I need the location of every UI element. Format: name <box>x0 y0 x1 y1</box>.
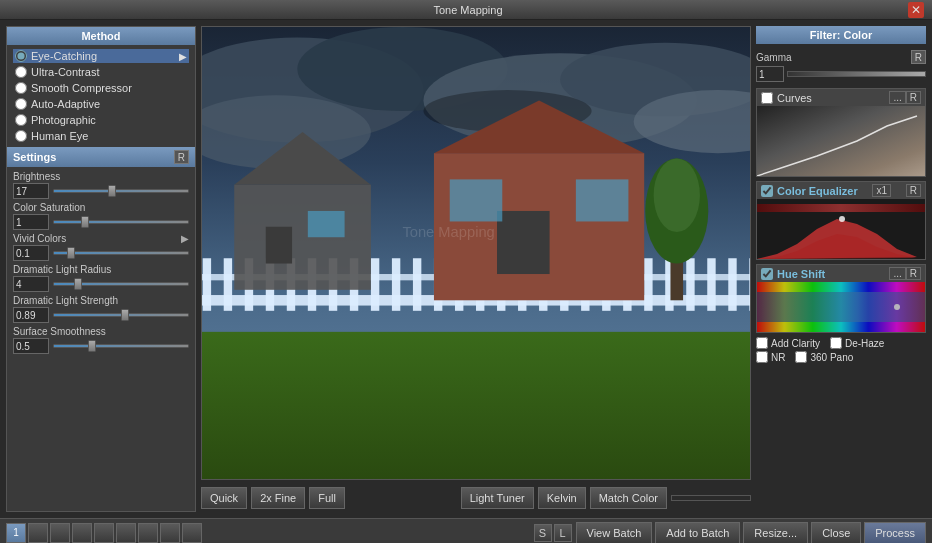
add-to-batch-button[interactable]: Add to Batch <box>655 522 740 544</box>
dramatic-light-radius-slider[interactable] <box>53 282 189 286</box>
method-list: Eye-Catching ▶ Ultra-Contrast Smooth Com… <box>7 45 195 147</box>
method-radio-auto-adaptive[interactable] <box>15 98 27 110</box>
page-tab-2[interactable] <box>28 523 48 543</box>
brightness-slider[interactable] <box>53 189 189 193</box>
method-arrow: ▶ <box>179 51 187 62</box>
method-radio-eye-catching[interactable] <box>15 50 27 62</box>
close-button[interactable]: Close <box>811 522 861 544</box>
svg-text:Tone Mapping: Tone Mapping <box>402 224 494 240</box>
s-button[interactable]: S <box>534 524 552 542</box>
svg-rect-51 <box>757 106 925 176</box>
page-tab-9[interactable] <box>182 523 202 543</box>
page-tab-6[interactable] <box>116 523 136 543</box>
kelvin-button[interactable]: Kelvin <box>538 487 586 509</box>
vivid-colors-slider[interactable] <box>53 251 189 255</box>
page-tab-3[interactable] <box>50 523 70 543</box>
hue-shift-options-button[interactable]: ... <box>889 267 905 280</box>
2xfine-button[interactable]: 2x Fine <box>251 487 305 509</box>
options-row-1: Add Clarity De-Haze <box>756 337 926 349</box>
svg-rect-53 <box>757 204 925 212</box>
add-clarity-checkbox[interactable] <box>756 337 768 349</box>
method-radio-human-eye[interactable] <box>15 130 27 142</box>
brightness-row: Brightness <box>13 171 189 199</box>
curves-reset-button[interactable]: R <box>906 91 921 104</box>
surface-smoothness-control <box>13 338 189 354</box>
color-equalizer-header: Color Equalizer x1 R <box>757 182 925 199</box>
close-window-button[interactable]: ✕ <box>908 2 924 18</box>
dramatic-light-radius-input[interactable] <box>13 276 49 292</box>
settings-content: Brightness Color Saturation <box>7 167 195 358</box>
svg-rect-41 <box>308 211 345 237</box>
quick-button[interactable]: Quick <box>201 487 247 509</box>
de-haze-checkbox[interactable] <box>830 337 842 349</box>
method-ultra-contrast[interactable]: Ultra-Contrast <box>13 65 189 79</box>
dramatic-light-radius-thumb[interactable] <box>74 278 82 290</box>
color-saturation-input[interactable] <box>13 214 49 230</box>
method-human-eye[interactable]: Human Eye <box>13 129 189 143</box>
nr-checkbox[interactable] <box>756 351 768 363</box>
svg-rect-45 <box>450 179 503 221</box>
dramatic-light-strength-slider[interactable] <box>53 313 189 317</box>
vivid-colors-thumb[interactable] <box>67 247 75 259</box>
curves-options-button[interactable]: ... <box>889 91 905 104</box>
bottom-slider[interactable] <box>671 495 751 501</box>
gamma-reset-button[interactable]: R <box>911 50 926 64</box>
dramatic-light-radius-control <box>13 276 189 292</box>
vivid-colors-input[interactable] <box>13 245 49 261</box>
method-label-human-eye: Human Eye <box>31 130 88 142</box>
page-tab-4[interactable] <box>72 523 92 543</box>
full-button[interactable]: Full <box>309 487 345 509</box>
curves-svg <box>757 106 925 176</box>
method-eye-catching[interactable]: Eye-Catching ▶ <box>13 49 189 63</box>
dramatic-light-strength-input[interactable] <box>13 307 49 323</box>
resize-button[interactable]: Resize... <box>743 522 808 544</box>
method-radio-ultra-contrast[interactable] <box>15 66 27 78</box>
page-tab-8[interactable] <box>160 523 180 543</box>
page-tab-7[interactable] <box>138 523 158 543</box>
brightness-input[interactable] <box>13 183 49 199</box>
process-button[interactable]: Process <box>864 522 926 544</box>
bottom-options: Add Clarity De-Haze NR 360 Pano <box>756 337 926 363</box>
surface-smoothness-slider[interactable] <box>53 344 189 348</box>
page-tab-1[interactable]: 1 <box>6 523 26 543</box>
method-label-eye-catching: Eye-Catching <box>31 50 97 62</box>
svg-rect-18 <box>371 258 379 311</box>
method-smooth-compressor[interactable]: Smooth Compressor <box>13 81 189 95</box>
svg-rect-31 <box>644 258 652 311</box>
brightness-thumb[interactable] <box>108 185 116 197</box>
settings-label: Settings <box>13 151 56 163</box>
l-button[interactable]: L <box>554 524 572 542</box>
color-eq-reset-button[interactable]: R <box>906 184 921 197</box>
color-saturation-thumb[interactable] <box>81 216 89 228</box>
gamma-slider[interactable] <box>787 71 926 77</box>
method-radio-photographic[interactable] <box>15 114 27 126</box>
light-tuner-button[interactable]: Light Tuner <box>461 487 534 509</box>
gamma-input[interactable] <box>756 66 784 82</box>
svg-rect-33 <box>686 258 694 311</box>
dramatic-light-strength-thumb[interactable] <box>121 309 129 321</box>
color-saturation-control <box>13 214 189 230</box>
page-tab-5[interactable] <box>94 523 114 543</box>
color-eq-checkbox[interactable] <box>761 185 773 197</box>
method-radio-smooth-compressor[interactable] <box>15 82 27 94</box>
hue-shift-checkbox[interactable] <box>761 268 773 280</box>
svg-rect-34 <box>707 258 715 311</box>
method-auto-adaptive[interactable]: Auto-Adaptive <box>13 97 189 111</box>
vivid-colors-label: Vivid Colors <box>13 233 66 244</box>
gamma-row: Gamma R <box>756 48 926 84</box>
svg-rect-11 <box>224 258 232 311</box>
surface-smoothness-label: Surface Smoothness <box>13 326 189 337</box>
color-eq-x1-button[interactable]: x1 <box>872 184 891 197</box>
vivid-header-row: Vivid Colors ▶ <box>13 233 189 244</box>
pano-checkbox[interactable] <box>795 351 807 363</box>
curves-label: Curves <box>777 92 889 104</box>
curves-checkbox[interactable] <box>761 92 773 104</box>
match-color-button[interactable]: Match Color <box>590 487 667 509</box>
surface-smoothness-input[interactable] <box>13 338 49 354</box>
color-saturation-slider[interactable] <box>53 220 189 224</box>
settings-reset-button[interactable]: R <box>174 150 189 164</box>
view-batch-button[interactable]: View Batch <box>576 522 653 544</box>
surface-smoothness-thumb[interactable] <box>88 340 96 352</box>
method-photographic[interactable]: Photographic <box>13 113 189 127</box>
hue-shift-reset-button[interactable]: R <box>906 267 921 280</box>
